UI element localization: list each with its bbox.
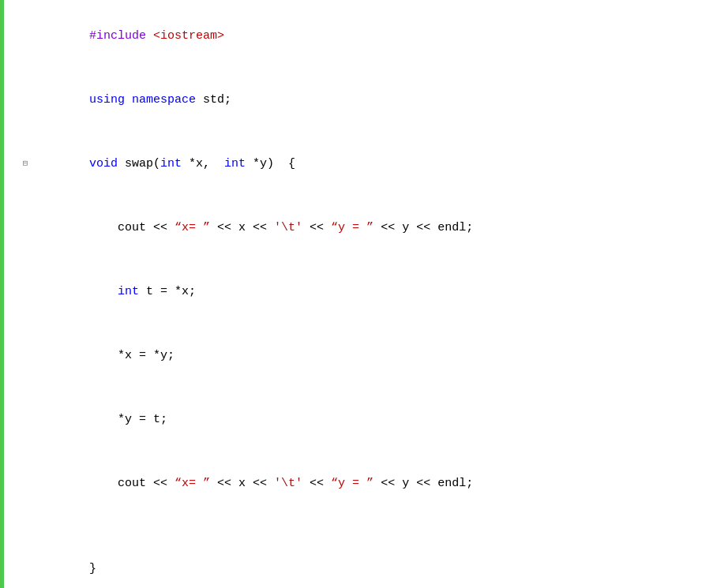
- code-area[interactable]: #include <iostream> using namespace std;…: [14, 0, 717, 588]
- line-content-8: cout << “x= ” << x << '\t' << “y = ” << …: [32, 451, 717, 515]
- line-content-6: *x = *y;: [32, 324, 717, 388]
- code-line-3: ⊟ void swap(int *x, int *y) {: [18, 132, 717, 196]
- token-include: #include: [89, 29, 146, 43]
- editor-container: #include <iostream> using namespace std;…: [0, 0, 717, 588]
- code-line-1: #include <iostream>: [18, 4, 717, 68]
- token-int-2: int: [224, 157, 246, 170]
- code-line-6: *x = *y;: [18, 324, 717, 388]
- token-int-1: int: [160, 157, 182, 170]
- token-header: <iostream>: [153, 29, 224, 43]
- left-gutter: [0, 0, 14, 588]
- line-content-7: *y = t;: [32, 388, 717, 451]
- line-content-3: void swap(int *x, int *y) {: [32, 132, 717, 196]
- token-str-ye2: “y = ”: [331, 477, 374, 490]
- token-str-ye: “y = ”: [331, 221, 374, 234]
- code-line-2: using namespace std;: [18, 68, 717, 132]
- code-line-7: *y = t;: [18, 388, 717, 451]
- code-line-8: cout << “x= ” << x << '\t' << “y = ” << …: [18, 451, 717, 515]
- line-content-10: }: [32, 537, 717, 588]
- token-int-t: int: [118, 285, 139, 298]
- line-content-1: #include <iostream>: [32, 4, 717, 68]
- token-void: void: [89, 157, 118, 170]
- line-content-2: using namespace std;: [32, 68, 717, 132]
- token-namespace: namespace: [132, 93, 196, 107]
- code-line-4: cout << “x= ” << x << '\t' << “y = ” << …: [18, 196, 717, 260]
- line-content-9: [32, 515, 717, 537]
- line-content-4: cout << “x= ” << x << '\t' << “y = ” << …: [32, 196, 717, 260]
- code-line-9: [18, 515, 717, 537]
- token-tab-1: '\t': [274, 221, 302, 234]
- token-using: using: [89, 93, 125, 107]
- code-line-5: int t = *x;: [18, 260, 717, 324]
- code-line-10: }: [18, 537, 717, 588]
- token-str-xe2: “x= ”: [175, 477, 210, 490]
- fold-btn-3[interactable]: ⊟: [23, 159, 28, 168]
- gutter-bar: [0, 0, 4, 588]
- token-tab-2: '\t': [274, 477, 302, 490]
- token-str-xe: “x= ”: [175, 221, 210, 234]
- line-content-5: int t = *x;: [32, 260, 717, 324]
